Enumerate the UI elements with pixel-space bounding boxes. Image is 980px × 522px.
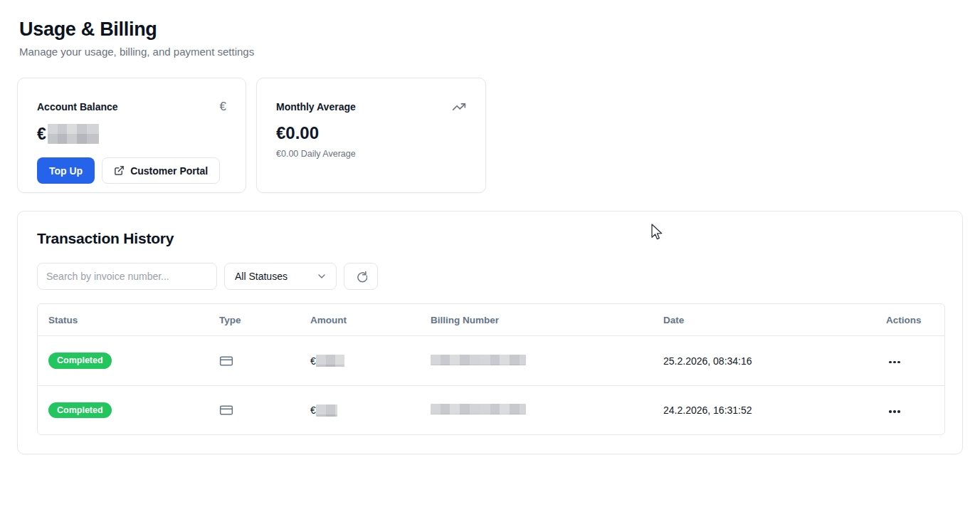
trending-up-icon — [452, 100, 466, 114]
col-header-billing-number: Billing Number — [420, 315, 653, 325]
transaction-history-title: Transaction History — [37, 230, 943, 247]
daily-average-value: €0.00 Daily Average — [276, 149, 466, 159]
amount-cell: € — [300, 404, 420, 417]
status-badge: Completed — [48, 353, 112, 369]
table-header-row: Status Type Amount Billing Number Date A… — [38, 304, 944, 336]
col-header-actions: Actions — [875, 315, 944, 325]
account-balance-value: € — [37, 123, 226, 145]
transaction-history-panel: Transaction History All Statuses Status … — [17, 211, 963, 454]
monthly-average-card: Monthly Average €0.00 €0.00 Daily Averag… — [256, 78, 486, 193]
row-actions-button[interactable] — [886, 357, 903, 368]
page-subtitle: Manage your usage, billing, and payment … — [19, 46, 963, 58]
invoice-search-input[interactable] — [37, 263, 217, 290]
usage-billing-page: Usage & Billing Manage your usage, billi… — [0, 0, 980, 454]
table-row: Completed € 24.2.2026, 16:31:52 — [38, 385, 944, 434]
refresh-icon — [355, 271, 367, 283]
balance-currency-prefix: € — [37, 125, 46, 144]
monthly-average-value: €0.00 — [276, 123, 466, 143]
transaction-date: 25.2.2026, 08:34:16 — [653, 355, 875, 367]
table-row: Completed € 25.2.2026, 08:34:16 — [38, 336, 944, 385]
amount-currency-prefix: € — [310, 355, 316, 367]
amount-currency-prefix: € — [310, 404, 316, 416]
transaction-controls: All Statuses — [37, 263, 943, 290]
monthly-average-title: Monthly Average — [276, 101, 356, 113]
external-link-icon — [114, 165, 125, 176]
account-balance-title: Account Balance — [37, 101, 118, 113]
col-header-type: Type — [209, 315, 300, 325]
page-title: Usage & Billing — [19, 19, 963, 41]
euro-icon: € — [220, 100, 226, 114]
status-filter-value: All Statuses — [235, 271, 288, 282]
credit-card-icon — [209, 403, 300, 417]
transaction-date: 24.2.2026, 16:31:52 — [653, 404, 875, 416]
redacted-balance-value — [48, 124, 99, 144]
redacted-amount — [316, 355, 344, 367]
redacted-amount — [316, 404, 337, 417]
top-up-button[interactable]: Top Up — [37, 157, 95, 184]
col-header-date: Date — [653, 315, 875, 325]
row-actions-button[interactable] — [886, 406, 903, 417]
account-balance-card-header: Account Balance € — [37, 100, 226, 114]
monthly-average-card-header: Monthly Average — [276, 100, 466, 114]
status-badge: Completed — [48, 402, 112, 419]
more-horizontal-icon — [889, 361, 900, 364]
more-horizontal-icon — [889, 410, 900, 413]
account-balance-actions: Top Up Customer Portal — [37, 157, 226, 184]
redacted-billing-number — [431, 355, 526, 365]
col-header-amount: Amount — [300, 315, 420, 325]
account-balance-card: Account Balance € € Top Up Customer Port… — [17, 78, 246, 193]
refresh-button[interactable] — [344, 263, 378, 290]
chevron-down-icon — [316, 271, 327, 282]
amount-cell: € — [300, 355, 420, 367]
summary-cards-row: Account Balance € € Top Up Customer Port… — [17, 78, 963, 193]
customer-portal-label: Customer Portal — [130, 165, 208, 177]
col-header-status: Status — [38, 315, 209, 325]
customer-portal-button[interactable]: Customer Portal — [102, 157, 220, 184]
redacted-billing-number — [431, 404, 526, 414]
credit-card-icon — [209, 354, 300, 368]
status-filter-select[interactable]: All Statuses — [224, 263, 337, 290]
transactions-table: Status Type Amount Billing Number Date A… — [37, 303, 945, 435]
